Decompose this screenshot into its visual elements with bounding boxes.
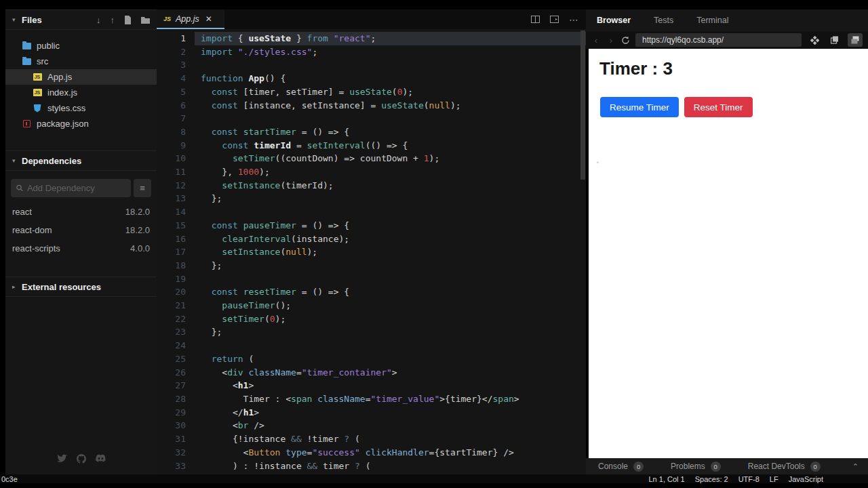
- code-editor: JS App.js ✕ ⋯ 1import { useState } from …: [157, 9, 586, 474]
- console-bar-label: React DevTools: [748, 462, 805, 471]
- code-line[interactable]: 30 <br />: [157, 419, 586, 432]
- code-line[interactable]: 5 const [timer, setTimer] = useState(0);: [157, 85, 586, 99]
- duplicate-window-icon[interactable]: [827, 33, 842, 47]
- twitter-icon[interactable]: [57, 454, 67, 464]
- code-line[interactable]: 24: [157, 339, 586, 352]
- code-line[interactable]: 12 setInstance(timerId);: [157, 179, 586, 192]
- code-line[interactable]: 17 setInstance(null);: [157, 245, 586, 259]
- code-line[interactable]: 13 };: [157, 192, 586, 205]
- code-line[interactable]: 27 <h1>: [157, 379, 586, 392]
- dependency-search-input[interactable]: [27, 183, 125, 193]
- code-line[interactable]: 32 <Button type="success" clickHandler={…: [157, 446, 586, 460]
- external-resources-caret-icon[interactable]: ▸: [12, 283, 22, 290]
- js-icon: JS: [33, 73, 42, 81]
- file-item-public[interactable]: public: [5, 38, 157, 54]
- status-utf-8[interactable]: UTF-8: [738, 475, 760, 483]
- forward-icon[interactable]: ›: [606, 35, 616, 45]
- code-line[interactable]: 29 </h1>: [157, 406, 586, 420]
- responsive-mode-icon[interactable]: [807, 33, 822, 47]
- app-preview: Timer : 3 Resume Timer Reset Timer: [586, 49, 868, 458]
- files-collapse-caret-icon[interactable]: ▾: [12, 16, 22, 23]
- dependency-react-scripts[interactable]: react-scripts4.0.0: [5, 239, 157, 258]
- status-bar: 0c3e Ln 1, Col 1Spaces: 2UTF-8LFJavaScri…: [0, 474, 868, 483]
- folder-icon: [22, 58, 31, 66]
- code-line[interactable]: 16 clearInterval(instance);: [157, 232, 586, 246]
- upload-icon[interactable]: ↑: [111, 15, 115, 25]
- code-line[interactable]: 11 }, 1000);: [157, 165, 586, 179]
- new-file-icon[interactable]: [124, 16, 132, 24]
- code-line[interactable]: 9 const timerId = setInterval(() => {: [157, 139, 586, 152]
- code-line[interactable]: 7: [157, 112, 586, 125]
- dependency-version: 4.0.0: [130, 243, 150, 253]
- console-bar-problems[interactable]: Problems0: [671, 462, 721, 472]
- code-line[interactable]: 23 };: [157, 325, 586, 339]
- discord-icon[interactable]: [96, 454, 106, 464]
- code-line[interactable]: 21 pauseTimer();: [157, 299, 586, 312]
- dependencies-header[interactable]: ▾ Dependencies: [5, 150, 157, 171]
- status-spaces-2[interactable]: Spaces: 2: [695, 475, 728, 483]
- file-item-package-json[interactable]: package.json: [5, 116, 157, 131]
- code-line[interactable]: 15 const pauseTimer = () => {: [157, 219, 586, 232]
- code-line[interactable]: 33 ) : !instance && timer ? (: [157, 460, 586, 473]
- file-tree: publicsrcJSApp.jsJSindex.jsstyles.csspac…: [5, 30, 157, 131]
- browser-tab-tests[interactable]: Tests: [654, 16, 673, 25]
- file-item-App-js[interactable]: JSApp.js: [5, 69, 157, 85]
- status-lf[interactable]: LF: [770, 475, 778, 483]
- file-item-src[interactable]: src: [5, 54, 157, 69]
- version-hash: 0c3e: [0, 475, 18, 483]
- more-actions-icon[interactable]: ⋯: [569, 14, 579, 25]
- expand-console-icon[interactable]: ⌃: [852, 462, 859, 471]
- refresh-icon[interactable]: [621, 36, 630, 45]
- code-line[interactable]: 10 setTimer((countDown) => countDown + 1…: [157, 152, 586, 165]
- back-icon[interactable]: ‹: [591, 35, 601, 45]
- line-number: 31: [157, 432, 195, 446]
- dependency-search[interactable]: [11, 179, 131, 197]
- dependency-menu-button[interactable]: ≡: [134, 179, 151, 197]
- console-bar-label: Console: [598, 462, 628, 471]
- new-folder-icon[interactable]: [141, 16, 150, 24]
- status-javascript[interactable]: JavaScript: [789, 475, 823, 483]
- dependencies-collapse-caret-icon[interactable]: ▾: [12, 157, 22, 164]
- code-line[interactable]: 1import { useState } from "react";: [157, 32, 586, 45]
- code-line[interactable]: 26 <div className="timer_container">: [157, 366, 586, 380]
- code-line[interactable]: 4function App() {: [157, 72, 586, 85]
- reset-timer-button[interactable]: Reset Timer: [684, 97, 753, 117]
- code-line[interactable]: 22 setTimer(0);: [157, 312, 586, 326]
- code-line[interactable]: 31 {!instance && !timer ? (: [157, 432, 586, 446]
- open-new-window-icon[interactable]: [848, 33, 863, 47]
- code-line[interactable]: 14: [157, 205, 586, 219]
- browser-tab-terminal[interactable]: Terminal: [696, 16, 728, 25]
- code-line[interactable]: 28 Timer : <span className="timer_value"…: [157, 392, 586, 406]
- console-bar-console[interactable]: Console0: [598, 462, 644, 472]
- dependency-react-dom[interactable]: react-dom18.2.0: [5, 221, 157, 239]
- code-area[interactable]: 1import { useState } from "react";2impor…: [157, 29, 586, 472]
- line-number: 20: [157, 285, 195, 299]
- code-line[interactable]: 20 const resetTimer = () => {: [157, 285, 586, 299]
- code-line[interactable]: 3: [157, 58, 586, 72]
- editor-scrollbar[interactable]: [580, 30, 585, 180]
- count-badge: 0: [633, 462, 644, 472]
- browser-tab-browser[interactable]: Browser: [597, 16, 631, 25]
- code-line[interactable]: 18 };: [157, 259, 586, 272]
- external-resources-header[interactable]: ▸ External resources: [5, 277, 157, 297]
- file-item-styles-css[interactable]: styles.css: [5, 100, 157, 116]
- open-preview-icon[interactable]: [550, 16, 559, 23]
- status-ln-1-col-1[interactable]: Ln 1, Col 1: [649, 475, 685, 483]
- code-line[interactable]: 25 return (: [157, 352, 586, 366]
- file-item-index-js[interactable]: JSindex.js: [5, 85, 157, 100]
- code-line[interactable]: 6 const [instance, setInstance] = useSta…: [157, 99, 586, 113]
- tab-app-js[interactable]: JS App.js ✕: [157, 9, 224, 29]
- code-line[interactable]: 19: [157, 272, 586, 286]
- download-sandbox-icon[interactable]: ↓: [96, 15, 101, 25]
- dependency-react[interactable]: react18.2.0: [5, 203, 157, 221]
- resume-timer-button[interactable]: Resume Timer: [600, 97, 679, 117]
- line-number: 24: [157, 339, 195, 352]
- github-icon[interactable]: [77, 454, 86, 464]
- split-editor-icon[interactable]: [531, 16, 540, 23]
- code-line[interactable]: 8 const startTimer = () => {: [157, 125, 586, 139]
- close-tab-icon[interactable]: ✕: [205, 14, 212, 24]
- code-line[interactable]: 2import "./styles.css";: [157, 45, 586, 59]
- url-input[interactable]: [635, 33, 802, 47]
- console-bar-react-devtools[interactable]: React DevTools0: [748, 462, 821, 472]
- line-number: 25: [157, 352, 195, 366]
